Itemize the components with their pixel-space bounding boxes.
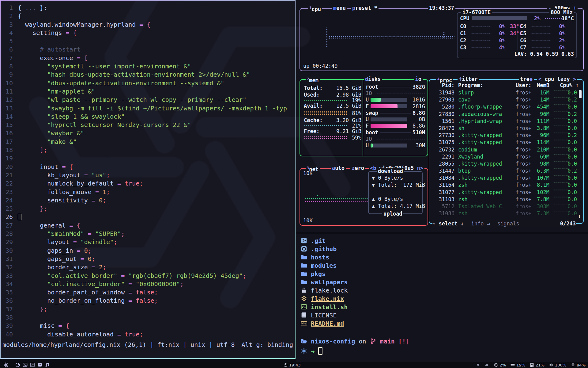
process-row[interactable]: 27903cavafros+14M0.2 xyxy=(429,97,583,104)
process-row[interactable]: 31447btopfros+6.3M0.2 xyxy=(429,168,583,175)
taskbar-ram-stat[interactable]: 19% xyxy=(511,363,525,367)
file-row[interactable]: README.md xyxy=(301,320,344,327)
col-cpu[interactable]: Cpu% ↑ xyxy=(560,82,578,88)
process-row[interactable]: 27730.kitty-wrappedfros+96M0.2 xyxy=(429,132,583,139)
net-zero-button[interactable]: zero xyxy=(350,165,365,171)
code-line[interactable]: 14 "sleep 1 && swaylock" xyxy=(2,113,295,121)
code-line[interactable]: 15 "hyprctl setcursor Nordzy-cursors 22 … xyxy=(2,121,295,129)
process-row[interactable]: 31948slurpfros+16M0.0 xyxy=(429,90,583,97)
file-row[interactable]: flake.lock xyxy=(301,286,348,294)
discord-icon[interactable] xyxy=(37,362,42,367)
code-line[interactable]: 19 xyxy=(2,154,295,163)
proc-filter-button[interactable]: filter xyxy=(458,76,479,82)
code-line[interactable]: 10 "dbus-update-activation-environment -… xyxy=(2,79,295,87)
code-line[interactable]: 38 xyxy=(2,313,295,322)
code-area[interactable]: 1{ ... }:2{3 wayland.windowManager.hyprl… xyxy=(1,4,295,339)
code-line[interactable]: 22 numlock_by_default = true; xyxy=(2,179,295,188)
info-hint[interactable]: info ↵ xyxy=(471,220,490,227)
code-line[interactable]: 18 ]; xyxy=(2,146,295,154)
code-line[interactable]: 20 input = { xyxy=(2,163,295,171)
code-line[interactable]: 17 "mako &" xyxy=(2,138,295,146)
proc-scrollbar-thumb[interactable] xyxy=(579,90,582,98)
taskbar-chip-stat[interactable]: 2% xyxy=(494,363,506,367)
process-row[interactable]: 31103zshfros+7.8M0.0 xyxy=(429,196,583,203)
code-line[interactable]: 35 border_part_of_window = false; xyxy=(2,288,295,297)
col-user[interactable]: User: xyxy=(516,82,533,88)
proc-tree-button[interactable]: tree xyxy=(519,76,534,82)
col-pid[interactable]: Pid: xyxy=(431,82,454,88)
process-row[interactable]: 27830.audacious-wrafros+96M0.2 xyxy=(429,111,583,118)
music-icon[interactable] xyxy=(45,362,50,367)
code-line[interactable]: 28 "$mainMod" = "SUPER"; xyxy=(2,230,295,238)
code-line[interactable]: 24 sensitivity = 0; xyxy=(2,196,295,205)
prompt-input-line[interactable]: → xyxy=(301,347,322,355)
menu-button[interactable]: menu xyxy=(332,5,347,11)
file-row[interactable]: LICENSE xyxy=(301,311,337,319)
file-row[interactable]: pkgs xyxy=(301,270,326,278)
code-line[interactable]: 25 }; xyxy=(2,205,295,213)
mem-box-title[interactable]: 2mem xyxy=(306,76,320,84)
code-line[interactable]: 11 "nm-applet &" xyxy=(2,87,295,96)
code-line[interactable]: 8 "systemctl --user import-environment &… xyxy=(2,62,295,71)
file-row[interactable]: flake.nix xyxy=(301,295,344,302)
code-line[interactable]: 32 border_size = 2; xyxy=(2,263,295,271)
process-row[interactable]: 31086zshfros+7.3M0.0 xyxy=(429,210,583,217)
process-row[interactable]: 28055.kitty-wrappedfros+98M0.0 xyxy=(429,161,583,168)
taskbar-speaker-stat[interactable]: 100% xyxy=(549,363,566,367)
terminal-icon[interactable] xyxy=(23,362,28,367)
select-hint[interactable]: ↑ select ↓ xyxy=(432,220,464,227)
file-row[interactable]: .github xyxy=(301,245,337,253)
signals-hint[interactable]: signals xyxy=(497,220,519,227)
process-row[interactable]: 5712Isolated Web Cfros+303M0.0 xyxy=(429,203,583,210)
process-row[interactable]: 28470shfros+3.8M0.0 xyxy=(429,125,583,132)
code-line[interactable]: 4 settings = { xyxy=(2,29,295,37)
file-row[interactable]: hosts xyxy=(301,253,329,261)
code-line[interactable]: 39 misc = { xyxy=(2,322,295,330)
code-line[interactable]: 36 no_border_on_floating = false; xyxy=(2,297,295,305)
code-line[interactable]: 30 gaps_in = 0; xyxy=(2,247,295,255)
proc-sort-selector[interactable]: < cpu lazy > xyxy=(537,76,577,82)
code-line[interactable]: 23 follow_mouse = 1; xyxy=(2,188,295,196)
taskbar-wifi-down-stat[interactable] xyxy=(476,363,480,367)
code-line[interactable]: 1{ ... }: xyxy=(2,4,295,12)
taskbar-hdd-stat[interactable]: 21% xyxy=(530,363,545,367)
process-row[interactable]: 1561.Hyprland-wrapfros+111M0.0 xyxy=(429,118,583,125)
code-line[interactable]: 26 xyxy=(2,213,295,221)
code-line[interactable]: 34 "col.inactive_border" = "0x00000000"; xyxy=(2,280,295,288)
file-row[interactable]: modules xyxy=(301,262,337,269)
code-line[interactable]: 7 exec-once = [ xyxy=(2,54,295,62)
taskbar-cloud-stat[interactable] xyxy=(485,363,489,367)
code-line[interactable]: 13 "swaybg -m fill -i $(find ~/Pictures/… xyxy=(2,104,295,113)
preset-button[interactable]: preset * xyxy=(351,5,379,11)
taskbar-clock[interactable]: 19:43 xyxy=(284,363,300,367)
code-line[interactable]: 29 layout = "dwindle"; xyxy=(2,238,295,246)
process-row[interactable]: 31164zshfros+8.1M0.0 xyxy=(429,182,583,189)
process-row[interactable]: 31075.kitty-wrappedfros+114M0.0 xyxy=(429,139,583,146)
nix-launch-icon[interactable] xyxy=(3,362,9,368)
code-line[interactable]: 33 "col.active_border" = "rgb(cba6f7) rg… xyxy=(2,272,295,280)
process-row[interactable]: 5280.floorp-wrappefros+454M0.0 xyxy=(429,104,583,111)
code-line[interactable]: 6 # autostart xyxy=(2,45,295,54)
code-line[interactable]: 5 xyxy=(2,37,295,45)
code-line[interactable]: 9 "hash dbus-update-activation-environme… xyxy=(2,71,295,79)
code-line[interactable]: 31 gaps_out = 0; xyxy=(2,255,295,263)
process-row[interactable]: 31084.kitty-wrappedfros+107M0.0 xyxy=(429,175,583,182)
notes-icon[interactable] xyxy=(30,362,35,367)
col-program[interactable]: Program: xyxy=(458,82,514,88)
file-row[interactable]: wallpapers xyxy=(301,278,348,286)
code-line[interactable]: 40 disable_autoreload = true; xyxy=(2,330,295,339)
code-line[interactable]: 27 general = { xyxy=(2,221,295,230)
code-line[interactable]: 16 "waybar &" xyxy=(2,129,295,137)
taskbar-wifi-stat[interactable]: 84% xyxy=(571,363,586,367)
code-line[interactable]: 2{ xyxy=(2,12,295,20)
browser-icon[interactable] xyxy=(15,362,20,367)
file-row[interactable]: .git xyxy=(301,237,326,244)
scroll-down-icon[interactable]: ↓ xyxy=(578,213,581,219)
net-auto-button[interactable]: auto xyxy=(331,165,346,171)
col-memb[interactable]: MemB xyxy=(532,82,549,88)
code-line[interactable]: 12 "wl-paste --primary --watch wl-copy -… xyxy=(2,96,295,104)
code-line[interactable]: 3 wayland.windowManager.hyprland = { xyxy=(2,21,295,29)
cpu-box-title[interactable]: 1cpu xyxy=(308,5,322,13)
code-line[interactable]: 21 kb_layout = "us"; xyxy=(2,171,295,179)
process-row[interactable]: 31077.kitty-wrappedfros+102M0.0 xyxy=(429,189,583,196)
